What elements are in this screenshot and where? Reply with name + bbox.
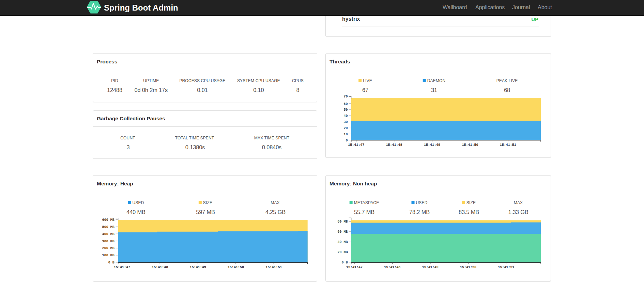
svg-text:30: 30 xyxy=(343,120,348,124)
svg-text:50: 50 xyxy=(343,108,348,112)
svg-text:100 MB: 100 MB xyxy=(102,254,114,257)
svg-text:200 MB: 200 MB xyxy=(102,246,114,250)
svg-text:15:41:49: 15:41:49 xyxy=(190,265,206,269)
svg-text:500 MB: 500 MB xyxy=(102,225,114,229)
svg-text:15:41:47: 15:41:47 xyxy=(114,265,130,269)
svg-text:15:41:49: 15:41:49 xyxy=(424,143,440,147)
svg-text:60 MB: 60 MB xyxy=(337,230,348,234)
svg-text:10: 10 xyxy=(343,133,348,136)
svg-text:15:41:50: 15:41:50 xyxy=(228,265,244,269)
svg-text:15:41:49: 15:41:49 xyxy=(422,265,439,269)
svg-text:300 MB: 300 MB xyxy=(102,240,114,243)
svg-text:15:41:48: 15:41:48 xyxy=(386,143,402,147)
svg-text:15:41:50: 15:41:50 xyxy=(462,143,478,147)
svg-text:0 B: 0 B xyxy=(108,261,114,264)
svg-text:15:41:48: 15:41:48 xyxy=(384,265,400,269)
svg-text:600 MB: 600 MB xyxy=(102,218,114,222)
svg-text:40 MB: 40 MB xyxy=(337,240,348,244)
svg-text:15:41:50: 15:41:50 xyxy=(460,265,476,269)
svg-text:60: 60 xyxy=(343,102,348,106)
svg-text:15:41:51: 15:41:51 xyxy=(265,265,282,269)
svg-text:15:41:51: 15:41:51 xyxy=(500,143,516,147)
svg-text:15:41:47: 15:41:47 xyxy=(348,143,364,147)
svg-text:15:41:48: 15:41:48 xyxy=(152,265,168,269)
svg-text:20: 20 xyxy=(343,126,348,130)
svg-text:15:41:51: 15:41:51 xyxy=(498,265,514,269)
svg-text:0 B: 0 B xyxy=(341,261,348,264)
svg-text:70: 70 xyxy=(343,95,348,98)
svg-text:15:41:47: 15:41:47 xyxy=(346,265,363,269)
svg-text:400 MB: 400 MB xyxy=(102,232,114,236)
svg-text:80 MB: 80 MB xyxy=(337,220,348,224)
svg-text:40: 40 xyxy=(343,114,348,118)
svg-text:0: 0 xyxy=(346,139,348,142)
svg-text:20 MB: 20 MB xyxy=(337,250,348,254)
